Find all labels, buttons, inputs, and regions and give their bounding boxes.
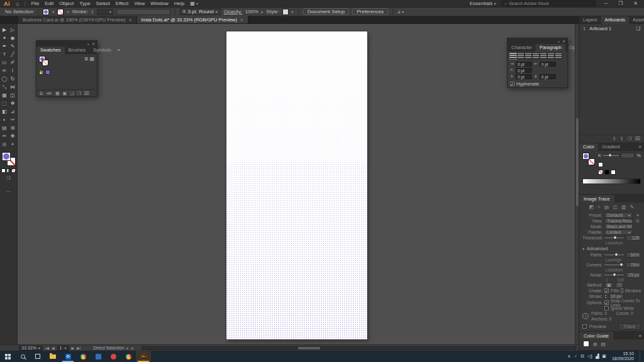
variable-width-select[interactable] <box>116 9 170 15</box>
method-abutting-button[interactable]: ▣ <box>604 282 613 288</box>
preset-menu-icon[interactable]: ≡ <box>635 212 641 218</box>
paths-value[interactable]: 50% <box>626 252 641 258</box>
pen-tool[interactable]: ✒ <box>3 43 7 49</box>
swatch-kinds-icon[interactable]: ▦ <box>55 91 60 96</box>
strokes-checkbox[interactable] <box>621 288 623 293</box>
stroke-weight-stepper[interactable]: ▲▼ <box>91 9 94 14</box>
blend-tool[interactable]: ◐ <box>3 117 6 123</box>
view-select[interactable]: Tracing Result▾ <box>604 218 633 224</box>
workspace-switcher[interactable]: Essentials ▾ <box>470 1 496 6</box>
status-expand-icon[interactable]: ▸ <box>126 346 128 350</box>
artboard-row[interactable]: 1 Artboard 1 ❏ <box>579 24 644 33</box>
slice-tool[interactable]: ✂ <box>3 133 7 139</box>
space-after-field[interactable]: 0 pt <box>540 74 556 79</box>
menu-select[interactable]: Select <box>96 1 110 6</box>
k-slider[interactable] <box>603 155 619 156</box>
draw-normal-icon[interactable]: ❏ <box>6 175 10 180</box>
justify-left-button[interactable] <box>533 53 539 59</box>
tab-swatches[interactable]: Swatches <box>36 47 65 54</box>
artboard-name[interactable]: Artboard 1 <box>589 26 632 31</box>
arrange-documents-icon[interactable]: ▦ ▾ <box>190 1 198 6</box>
palette-select[interactable]: Limited▾ <box>604 229 633 235</box>
fill-proxy[interactable] <box>582 153 589 160</box>
eraser-tool[interactable]: ◯ <box>2 76 8 82</box>
collapse-panel-icon[interactable]: » <box>558 40 560 43</box>
move-down-icon[interactable]: ↧ <box>620 136 624 141</box>
volume-tray-icon[interactable]: ◁) <box>587 354 592 359</box>
corners-value[interactable]: 75% <box>626 262 641 268</box>
k-slider-knob[interactable] <box>608 153 612 157</box>
left-indent-field[interactable]: 0 pt <box>516 62 532 67</box>
trace-button[interactable]: Trace <box>618 323 641 330</box>
free-transform-tool[interactable]: ▦ <box>2 92 7 98</box>
app-tray-icon[interactable]: ▣ <box>602 354 606 359</box>
document-tab-insta-dots[interactable]: Insta Dots.ai* @ 33.33% (RGB/GPU Preview… <box>137 16 248 23</box>
first-line-indent-field[interactable]: 0 pt <box>516 68 532 73</box>
mode-select[interactable]: Black and White▾ <box>604 224 633 229</box>
harmony-icon[interactable]: ◍ <box>593 341 597 347</box>
stroke-color-swatch[interactable] <box>57 9 64 15</box>
pencil-tool[interactable]: ✏ <box>3 68 7 74</box>
next-artboard-icon[interactable]: ▶ <box>72 346 75 350</box>
close-tab-icon[interactable]: ✕ <box>240 18 243 22</box>
magic-wand-tool[interactable]: ✦ <box>3 35 7 41</box>
paths-slider[interactable] <box>604 255 624 255</box>
horizontal-scrollbar[interactable] <box>142 346 576 350</box>
document-tab-business-card[interactable]: Business Card.ai @ 150% (CMYK/GPU Previe… <box>18 16 137 23</box>
none-button[interactable] <box>11 168 16 173</box>
method-overlapping-button[interactable]: ◫ <box>615 282 624 288</box>
stroke-dropdown-icon[interactable]: ▾ <box>67 9 69 14</box>
justify-all-button[interactable] <box>555 53 562 59</box>
color-guide-title[interactable]: Color Guide <box>579 332 613 339</box>
style-dropdown-icon[interactable]: ▾ <box>292 9 294 14</box>
new-swatch-icon[interactable]: ❐ <box>77 91 81 96</box>
stock-search-input[interactable]: ⌕ Search Adobe Stock <box>501 1 596 6</box>
right-indent-field[interactable]: 0 pt <box>540 62 556 67</box>
taskbar-clock[interactable]: 15:10 18/09/2020 <box>609 351 636 361</box>
k-value-field[interactable] <box>621 153 635 158</box>
zoom-level-select[interactable]: 33.33% ▾ <box>19 346 43 351</box>
menu-window[interactable]: Window <box>150 1 168 6</box>
eye-icon[interactable]: ⊙ <box>635 218 641 224</box>
fill-stroke-proxy[interactable] <box>582 153 595 165</box>
status-collapse-icon[interactable]: ◂ <box>131 346 133 350</box>
align-left-button[interactable] <box>510 53 516 59</box>
swatch-options-icon[interactable]: ▣ <box>63 91 67 96</box>
align-options-icon[interactable]: ⫝ ▾ <box>397 9 404 15</box>
canvas-pasteboard[interactable]: » ✕ Swatches Brushes Symbols ≡ ≣ ▦ ⧉ ⋘ ▦ <box>18 24 575 344</box>
fill-stroke-indicator[interactable] <box>2 152 16 166</box>
panel-menu-icon[interactable]: ≡ <box>115 47 123 53</box>
swatch-themes-icon[interactable]: ⋘ <box>46 91 52 96</box>
noise-value[interactable]: 25 px <box>626 272 641 278</box>
black-swatch[interactable] <box>604 170 609 175</box>
shaper-tool[interactable]: ⌇ <box>11 68 14 74</box>
fill-dropdown-icon[interactable]: ▾ <box>52 9 54 14</box>
stroke-weight-select[interactable]: ▾ <box>97 9 113 15</box>
hyphenate-checkbox[interactable]: ✓ <box>510 82 514 86</box>
chrome-2-button[interactable] <box>121 351 136 362</box>
direct-selection-tool[interactable]: ▷ <box>11 27 14 33</box>
start-button[interactable] <box>0 351 15 362</box>
tab-paragraph[interactable]: Paragraph <box>536 44 565 52</box>
new-artboard-icon[interactable]: ❐ <box>628 136 631 141</box>
current-stroke-swatch[interactable] <box>42 60 48 66</box>
menu-effect[interactable]: Effect <box>116 1 128 6</box>
color-ramp[interactable] <box>582 178 641 184</box>
tab-layers[interactable]: Layers <box>579 16 601 24</box>
ignore-white-checkbox[interactable] <box>604 306 609 310</box>
corners-slider[interactable] <box>604 265 624 265</box>
artboard-page-icon[interactable]: ❏ <box>636 26 640 31</box>
auto-color-preset-icon[interactable]: ◩ <box>589 204 594 211</box>
new-group-icon[interactable]: ❏ <box>70 91 74 96</box>
illustrator-taskbar-button[interactable]: Ai <box>136 351 151 362</box>
tab-opentype[interactable]: OpenType <box>565 44 575 52</box>
none-swatch[interactable] <box>598 170 603 175</box>
rotate-tool[interactable]: ↻ <box>11 76 15 82</box>
hidden-icons-chevron[interactable]: ∧ <box>567 354 570 359</box>
selection-tool[interactable]: ▶ <box>3 27 6 33</box>
curvature-tool[interactable]: ✎ <box>11 43 15 49</box>
network-tray-icon[interactable]: ▟ <box>596 354 599 359</box>
tab-symbols[interactable]: Symbols <box>89 47 115 54</box>
threshold-slider[interactable] <box>604 238 624 238</box>
white-swatch-2[interactable] <box>611 170 616 175</box>
